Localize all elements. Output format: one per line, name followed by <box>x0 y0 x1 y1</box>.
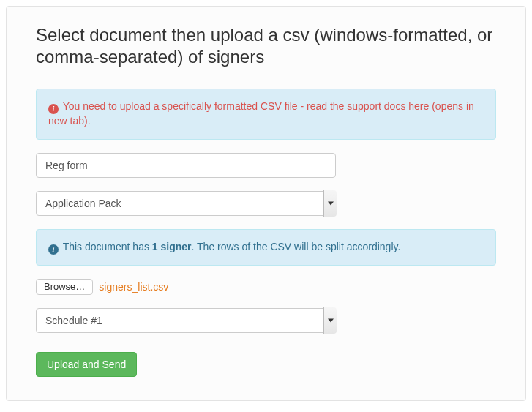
signer-count-pre: This document has <box>63 241 152 252</box>
document-select[interactable]: Application Pack <box>36 191 336 216</box>
uploaded-filename: signers_list.csv <box>99 281 168 293</box>
signer-count-post: . The rows of the CSV will be split acco… <box>192 241 401 252</box>
bulk-send-panel: Select document then upload a csv (windo… <box>6 6 526 401</box>
bulk-title-input[interactable] <box>36 153 336 178</box>
document-select-value: Application Pack <box>36 191 336 216</box>
support-docs-link[interactable]: You need to upload a specifically format… <box>48 100 474 127</box>
browse-button[interactable]: Browse… <box>36 279 93 295</box>
schedule-select[interactable]: Schedule #1 <box>36 308 336 333</box>
alert-upload-csv: i You need to upload a specifically form… <box>36 89 496 140</box>
info-icon: i <box>48 244 59 255</box>
alert-signer-count: i This document has 1 signer. The rows o… <box>36 229 496 266</box>
csv-file-row: Browse… signers_list.csv <box>36 279 496 295</box>
signer-count: 1 signer <box>152 241 192 252</box>
upload-and-send-button[interactable]: Upload and Send <box>36 352 137 377</box>
info-icon: i <box>48 104 59 114</box>
page-title: Select document then upload a csv (windo… <box>36 24 496 68</box>
schedule-select-value: Schedule #1 <box>36 308 336 333</box>
